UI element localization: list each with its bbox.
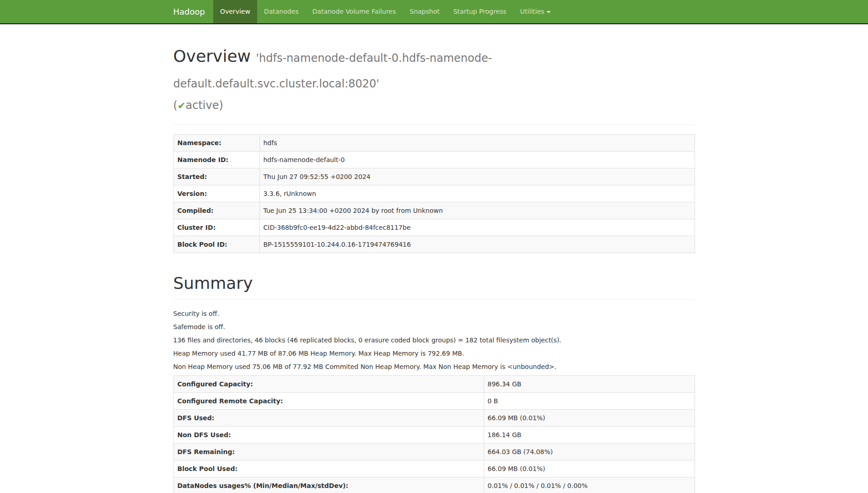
- row-label: Started:: [173, 168, 259, 185]
- table-row: DataNodes usages% (Min/Median/Max/stdDev…: [173, 477, 695, 493]
- tab-datanodes[interactable]: Datanodes: [257, 0, 306, 23]
- summary-text: Security is off. Safemode is off. 136 fi…: [173, 309, 695, 371]
- tab-utilities-dropdown[interactable]: Utilities: [513, 0, 558, 23]
- tab-snapshot[interactable]: Snapshot: [403, 0, 446, 23]
- row-value: 664.03 GB (74.08%): [484, 444, 695, 460]
- status-paren-close: ): [219, 99, 223, 112]
- table-row: Configured Remote Capacity: 0 B: [173, 393, 695, 410]
- table-row: Non DFS Used: 186.14 GB: [173, 427, 695, 444]
- row-label: Namespace:: [173, 135, 259, 152]
- namenode-info-table: Namespace: hdfs Namenode ID: hdfs-nameno…: [173, 134, 695, 253]
- security-status: Security is off.: [173, 309, 695, 318]
- row-value: CID-368b9fc0-ee19-4d22-abbd-84fcec8117be: [259, 219, 695, 236]
- namenode-status: (✔active): [173, 96, 695, 115]
- check-icon: ✔: [178, 100, 186, 111]
- row-value: 896.34 GB: [484, 376, 695, 393]
- tab-utilities-label: Utilities: [520, 8, 545, 15]
- page-title: Overview 'hdfs-namenode-default-0.hdfs-n…: [173, 44, 695, 115]
- table-row: DFS Used: 66.09 MB (0.01%): [173, 410, 695, 427]
- row-label: Version:: [173, 185, 259, 202]
- row-label: Configured Remote Capacity:: [173, 393, 484, 410]
- row-label: Configured Capacity:: [173, 376, 484, 393]
- brand-hadoop[interactable]: Hadoop: [173, 0, 213, 23]
- row-label: DFS Used:: [173, 410, 484, 427]
- navbar-inner: Hadoop Overview Datanodes Datanode Volum…: [167, 0, 702, 23]
- tab-datanode-volume-failures[interactable]: Datanode Volume Failures: [306, 0, 403, 23]
- row-label: Namenode ID:: [173, 152, 259, 168]
- summary-title: Summary: [173, 271, 695, 295]
- row-label: Cluster ID:: [173, 219, 259, 236]
- row-label: Block Pool Used:: [173, 460, 484, 477]
- row-value: hdfs-namenode-default-0: [259, 152, 695, 168]
- table-row: Compiled: Tue Jun 25 13:34:00 +0200 2024…: [173, 202, 695, 219]
- row-value: hdfs: [259, 135, 695, 152]
- table-row: Cluster ID: CID-368b9fc0-ee19-4d22-abbd-…: [173, 219, 695, 236]
- navbar: Hadoop Overview Datanodes Datanode Volum…: [0, 0, 868, 24]
- row-value: 186.14 GB: [484, 427, 695, 444]
- table-row: Namenode ID: hdfs-namenode-default-0: [173, 152, 695, 168]
- page-title-text: Overview: [173, 47, 251, 65]
- status-paren-open: (: [173, 99, 178, 112]
- row-value: 3.3.6, rUnknown: [259, 185, 695, 202]
- main-content: Overview 'hdfs-namenode-default-0.hdfs-n…: [167, 44, 702, 493]
- row-value: 66.09 MB (0.01%): [484, 410, 695, 427]
- row-value: 66.09 MB (0.01%): [484, 460, 695, 477]
- row-label: DFS Remaining:: [173, 444, 484, 460]
- table-row: Block Pool Used: 66.09 MB (0.01%): [173, 460, 695, 477]
- chevron-down-icon: [546, 11, 551, 13]
- non-heap-memory: Non Heap Memory used 75.06 MB of 77.92 M…: [173, 362, 695, 371]
- table-row: Block Pool ID: BP-1515559101-10.244.0.16…: [173, 236, 695, 253]
- tab-startup-progress[interactable]: Startup Progress: [447, 0, 513, 23]
- table-row: Version: 3.3.6, rUnknown: [173, 185, 695, 202]
- safemode-status: Safemode is off.: [173, 322, 695, 331]
- row-value: Tue Jun 25 13:34:00 +0200 2024 by root f…: [259, 202, 695, 219]
- table-row: DFS Remaining: 664.03 GB (74.08%): [173, 444, 695, 460]
- summary-table: Configured Capacity: 896.34 GB Configure…: [173, 375, 695, 493]
- row-label: DataNodes usages% (Min/Median/Max/stdDev…: [173, 477, 484, 493]
- filesystem-objects: 136 files and directories, 46 blocks (46…: [173, 336, 695, 345]
- heap-memory: Heap Memory used 41.77 MB of 87.06 MB He…: [173, 349, 695, 358]
- row-label: Compiled:: [173, 202, 259, 219]
- table-row: Started: Thu Jun 27 09:52:55 +0200 2024: [173, 168, 695, 185]
- status-label: active: [185, 99, 219, 112]
- row-value: 0.01% / 0.01% / 0.01% / 0.00%: [484, 477, 695, 493]
- summary-header: Summary: [173, 271, 695, 300]
- row-value: 0 B: [484, 393, 695, 410]
- row-value: BP-1515559101-10.244.0.16-1719474769416: [259, 236, 695, 253]
- row-value: Thu Jun 27 09:52:55 +0200 2024: [259, 168, 695, 185]
- row-label: Non DFS Used:: [173, 427, 484, 444]
- table-row: Namespace: hdfs: [173, 135, 695, 152]
- row-label: Block Pool ID:: [173, 236, 259, 253]
- overview-header: Overview 'hdfs-namenode-default-0.hdfs-n…: [173, 44, 695, 125]
- table-row: Configured Capacity: 896.34 GB: [173, 376, 695, 393]
- tab-overview[interactable]: Overview: [213, 0, 257, 23]
